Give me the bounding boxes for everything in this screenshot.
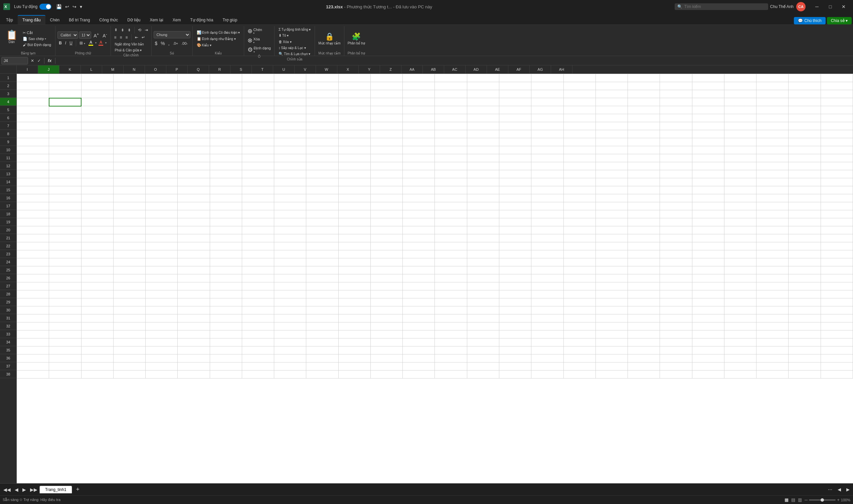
cell-O10[interactable] [210, 146, 242, 154]
cell-AE1[interactable] [724, 74, 756, 82]
cell-Q33[interactable] [274, 330, 306, 339]
cell-AE31[interactable] [724, 314, 756, 322]
cell-AC34[interactable] [660, 339, 692, 346]
cell-Q20[interactable] [274, 226, 306, 234]
cell-N15[interactable] [178, 186, 210, 194]
cell-O24[interactable] [210, 258, 242, 266]
cell-N1[interactable] [178, 74, 210, 82]
cell-AF38[interactable] [756, 371, 788, 378]
cell-W35[interactable] [467, 346, 499, 355]
cell-S18[interactable] [338, 210, 370, 218]
cell-L20[interactable] [113, 226, 145, 234]
col-header-N[interactable]: N [124, 66, 145, 73]
cell-AF8[interactable] [756, 130, 788, 138]
cell-V35[interactable] [435, 346, 467, 355]
cell-U29[interactable] [403, 299, 435, 306]
cell-AA10[interactable] [595, 146, 628, 154]
cell-S22[interactable] [338, 242, 370, 250]
cell-AH23[interactable] [821, 250, 853, 258]
cell-P11[interactable] [242, 154, 274, 162]
cell-AF3[interactable] [756, 90, 788, 98]
cell-AH9[interactable] [821, 138, 853, 146]
cell-AA3[interactable] [595, 90, 628, 98]
cell-O29[interactable] [210, 299, 242, 306]
cell-I6[interactable] [17, 114, 49, 122]
cell-L12[interactable] [113, 162, 145, 170]
row-header-21[interactable]: 21 [0, 234, 17, 242]
sort-filter-button[interactable]: ↕ Sắp xếp & Lọc ▾ [277, 45, 313, 50]
cell-N33[interactable] [178, 330, 210, 339]
cell-AA34[interactable] [595, 339, 628, 346]
cell-S33[interactable] [338, 330, 370, 339]
cell-AB14[interactable] [628, 178, 660, 186]
cell-R10[interactable] [306, 146, 338, 154]
cell-I18[interactable] [17, 210, 49, 218]
cell-P17[interactable] [242, 202, 274, 210]
cell-Y3[interactable] [532, 90, 563, 98]
cell-O16[interactable] [210, 194, 242, 202]
cell-O13[interactable] [210, 170, 242, 178]
col-header-Y[interactable]: Y [359, 66, 380, 73]
tab-formulas[interactable]: Công thức [94, 16, 123, 24]
cell-AE36[interactable] [724, 355, 756, 362]
cell-AB7[interactable] [628, 122, 660, 130]
cell-AG31[interactable] [788, 314, 821, 322]
cell-K16[interactable] [81, 194, 113, 202]
cell-I38[interactable] [17, 371, 49, 378]
cell-I20[interactable] [17, 226, 49, 234]
cell-S7[interactable] [338, 122, 370, 130]
cell-V37[interactable] [435, 362, 467, 371]
cell-W24[interactable] [467, 258, 499, 266]
cell-AB29[interactable] [628, 299, 660, 306]
cell-K21[interactable] [81, 234, 113, 242]
cell-AF37[interactable] [756, 362, 788, 371]
cell-W11[interactable] [467, 154, 499, 162]
cell-S38[interactable] [338, 371, 370, 378]
cell-Z33[interactable] [563, 330, 595, 339]
cell-R14[interactable] [306, 178, 338, 186]
cell-AC7[interactable] [660, 122, 692, 130]
cell-T31[interactable] [370, 314, 402, 322]
cell-Z23[interactable] [563, 250, 595, 258]
cell-AA5[interactable] [595, 106, 628, 114]
cell-I34[interactable] [17, 339, 49, 346]
cell-S37[interactable] [338, 362, 370, 371]
row-header-32[interactable]: 32 [0, 322, 17, 330]
cell-W31[interactable] [467, 314, 499, 322]
cell-O35[interactable] [210, 346, 242, 355]
quick-access-dropdown[interactable]: ▾ [79, 3, 84, 10]
cell-R15[interactable] [306, 186, 338, 194]
cell-L14[interactable] [113, 178, 145, 186]
cell-AA18[interactable] [595, 210, 628, 218]
cell-AE30[interactable] [724, 306, 756, 314]
cell-Z11[interactable] [563, 154, 595, 162]
cell-T35[interactable] [370, 346, 402, 355]
cell-M27[interactable] [145, 282, 178, 290]
cell-AA37[interactable] [595, 362, 628, 371]
cell-R33[interactable] [306, 330, 338, 339]
cell-AF25[interactable] [756, 266, 788, 274]
cell-AH37[interactable] [821, 362, 853, 371]
cell-J28[interactable] [49, 290, 81, 299]
cell-V30[interactable] [435, 306, 467, 314]
cell-AH3[interactable] [821, 90, 853, 98]
col-header-I[interactable]: I [17, 66, 38, 73]
cell-K9[interactable] [81, 138, 113, 146]
cell-AA23[interactable] [595, 250, 628, 258]
cell-AF10[interactable] [756, 146, 788, 154]
cell-J5[interactable] [49, 106, 81, 114]
cell-AE23[interactable] [724, 250, 756, 258]
cell-AE8[interactable] [724, 130, 756, 138]
cell-M34[interactable] [145, 339, 178, 346]
cell-AB35[interactable] [628, 346, 660, 355]
cell-W30[interactable] [467, 306, 499, 314]
row-header-29[interactable]: 29 [0, 298, 17, 306]
cell-AG32[interactable] [788, 322, 821, 330]
cell-AD38[interactable] [692, 371, 724, 378]
cell-Z18[interactable] [563, 210, 595, 218]
row-header-2[interactable]: 2 [0, 82, 17, 90]
cell-AH30[interactable] [821, 306, 853, 314]
cell-AD12[interactable] [692, 162, 724, 170]
cell-AC5[interactable] [660, 106, 692, 114]
cell-M30[interactable] [145, 306, 178, 314]
